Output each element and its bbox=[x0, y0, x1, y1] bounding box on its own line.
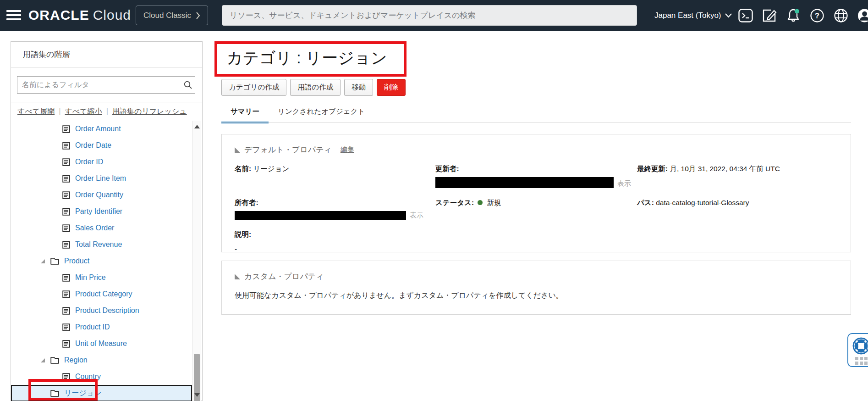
owner-label: 所有者: bbox=[235, 199, 258, 206]
tree-item-order-id[interactable]: Order ID bbox=[11, 154, 192, 170]
collapse-section-icon[interactable] bbox=[235, 147, 240, 153]
tree-action-1[interactable]: すべて縮小 bbox=[65, 107, 102, 117]
path-value: data-catalog-tutorial-Glossary bbox=[656, 199, 749, 206]
tree-item-order-quantity[interactable]: Order Quantity bbox=[11, 187, 192, 203]
chevron-down-icon bbox=[725, 13, 732, 18]
path-label: パス: bbox=[637, 199, 654, 206]
detail-tabs: サマリーリンクされたオブジェクト bbox=[221, 107, 374, 123]
custom-properties-header: カスタム・プロパティ bbox=[244, 271, 324, 282]
folder-icon bbox=[50, 257, 59, 265]
redacted-updated-by-value bbox=[435, 177, 614, 188]
last-updated-label: 最終更新: bbox=[637, 165, 668, 173]
tree-item-label: Unit of Measure bbox=[75, 340, 127, 348]
tree-item-unit-of-measure[interactable]: Unit of Measure bbox=[11, 335, 192, 352]
tree-item-label: Region bbox=[64, 356, 88, 364]
tree-item-total-revenue[interactable]: Total Revenue bbox=[11, 236, 192, 253]
term-icon bbox=[62, 241, 70, 249]
tree-scrollbar[interactable] bbox=[192, 121, 201, 401]
action-button-3[interactable]: 削除 bbox=[377, 79, 406, 96]
description-value: - bbox=[235, 245, 435, 253]
region-picker[interactable]: Japan East (Tokyo) bbox=[654, 0, 732, 31]
edit-icon[interactable] bbox=[762, 8, 777, 23]
drag-handle-dots-icon bbox=[855, 357, 868, 365]
sidebar-filter-area bbox=[11, 67, 202, 102]
tree-item-min-price[interactable]: Min Price bbox=[11, 269, 192, 286]
tree-item-label: Order ID bbox=[75, 158, 103, 166]
tree-item-country[interactable]: Country bbox=[11, 368, 192, 385]
prop-description: 説明: - bbox=[235, 230, 435, 253]
scroll-down-icon[interactable] bbox=[194, 393, 200, 397]
brand-oracle: ORACLE bbox=[28, 7, 89, 22]
separator: | bbox=[106, 107, 108, 116]
action-button-0[interactable]: カテゴリの作成 bbox=[221, 79, 286, 96]
tree-item-label: Product ID bbox=[75, 323, 110, 331]
help-icon[interactable]: ? bbox=[809, 8, 824, 23]
tree-action-2[interactable]: 用語集のリフレッシュ bbox=[112, 107, 187, 117]
help-launcher[interactable] bbox=[847, 333, 868, 367]
oracle-cloud-logo[interactable]: ORACLECloud bbox=[28, 7, 131, 23]
term-icon bbox=[62, 142, 70, 150]
status-label: ステータス: bbox=[435, 199, 474, 206]
glossary-hierarchy-panel: 用語集の階層 すべて展開|すべて縮小|用語集のリフレッシュ Order Amou… bbox=[11, 41, 203, 401]
globe-icon[interactable] bbox=[833, 8, 848, 23]
top-bar-icons: ? bbox=[738, 0, 868, 31]
tree-item-product-category[interactable]: Product Category bbox=[11, 286, 192, 302]
tree-item-label: Product Description bbox=[75, 306, 139, 315]
status-dot-icon bbox=[478, 200, 483, 205]
tree-item-order-date[interactable]: Order Date bbox=[11, 137, 192, 154]
prop-name: 名前: リージョン bbox=[235, 164, 435, 188]
expand-toggle-icon[interactable] bbox=[40, 259, 45, 264]
folder-icon bbox=[50, 356, 59, 364]
term-icon bbox=[62, 307, 70, 315]
default-properties-panel: デフォルト・プロパティ 編集 名前: リージョン 更新者: 表示 最終更新: 月… bbox=[221, 134, 851, 252]
term-icon bbox=[62, 191, 70, 199]
glossary-tree: Order AmountOrder DateOrder IDOrder Line… bbox=[11, 121, 202, 401]
tree-item-order-amount[interactable]: Order Amount bbox=[11, 121, 192, 137]
tree-item-product[interactable]: Product bbox=[11, 253, 192, 269]
cloud-shell-icon[interactable] bbox=[738, 8, 753, 23]
global-search-input[interactable] bbox=[222, 5, 637, 26]
cloud-classic-button[interactable]: Cloud Classic bbox=[136, 6, 208, 25]
show-link[interactable]: 表示 bbox=[617, 179, 631, 188]
action-button-2[interactable]: 移動 bbox=[344, 79, 373, 96]
chevron-right-icon bbox=[196, 12, 200, 19]
tree-item-sales-order[interactable]: Sales Order bbox=[11, 220, 192, 236]
folder-icon bbox=[50, 390, 59, 397]
tree-item-label: Product Category bbox=[75, 290, 132, 298]
expand-toggle-icon[interactable] bbox=[40, 358, 45, 363]
tab-1[interactable]: リンクされたオブジェクト bbox=[269, 107, 374, 123]
tree-action-0[interactable]: すべて展開 bbox=[17, 107, 55, 117]
life-ring-icon bbox=[852, 337, 868, 355]
tree-item-label: Order Line Item bbox=[75, 174, 126, 183]
term-icon bbox=[62, 323, 70, 331]
tree-item-region[interactable]: Region bbox=[11, 352, 192, 368]
tree-item-label: Min Price bbox=[75, 273, 106, 282]
tree-item-label: Total Revenue bbox=[75, 240, 122, 249]
tab-0[interactable]: サマリー bbox=[221, 107, 269, 123]
edit-link[interactable]: 編集 bbox=[341, 145, 354, 154]
notifications-bell-icon[interactable] bbox=[786, 8, 801, 23]
tree-item-item-16[interactable]: リージョン bbox=[11, 385, 192, 401]
tree-item-product-id[interactable]: Product ID bbox=[11, 319, 192, 335]
scroll-up-icon[interactable] bbox=[194, 125, 200, 128]
search-icon[interactable] bbox=[184, 81, 192, 89]
tree-item-label: Order Quantity bbox=[75, 191, 123, 199]
svg-text:?: ? bbox=[815, 12, 819, 20]
tree-item-label: Product bbox=[64, 257, 89, 265]
filter-by-name-input[interactable] bbox=[17, 76, 195, 94]
default-properties-header: デフォルト・プロパティ bbox=[244, 145, 332, 155]
tabs-divider bbox=[221, 123, 851, 123]
tree-item-party-identifier[interactable]: Party Identifier bbox=[11, 203, 192, 220]
action-button-1[interactable]: 用語の作成 bbox=[290, 79, 341, 96]
collapse-section-icon[interactable] bbox=[235, 274, 240, 279]
tree-item-label: Country bbox=[75, 373, 101, 381]
owner-show-link[interactable]: 表示 bbox=[410, 211, 423, 220]
hamburger-menu-icon[interactable] bbox=[6, 10, 21, 21]
tree-item-order-line-item[interactable]: Order Line Item bbox=[11, 170, 192, 187]
oracle-cloud-data-catalog-page: ORACLECloud Cloud Classic Japan East (To… bbox=[0, 0, 868, 401]
tree-item-product-description[interactable]: Product Description bbox=[11, 302, 192, 319]
brand-cloud: Cloud bbox=[93, 7, 131, 22]
cloud-classic-label: Cloud Classic bbox=[143, 11, 191, 20]
avatar-icon[interactable] bbox=[857, 8, 868, 23]
last-updated-value: 月, 10月 31, 2022, 04:34 午前 UTC bbox=[670, 165, 780, 173]
